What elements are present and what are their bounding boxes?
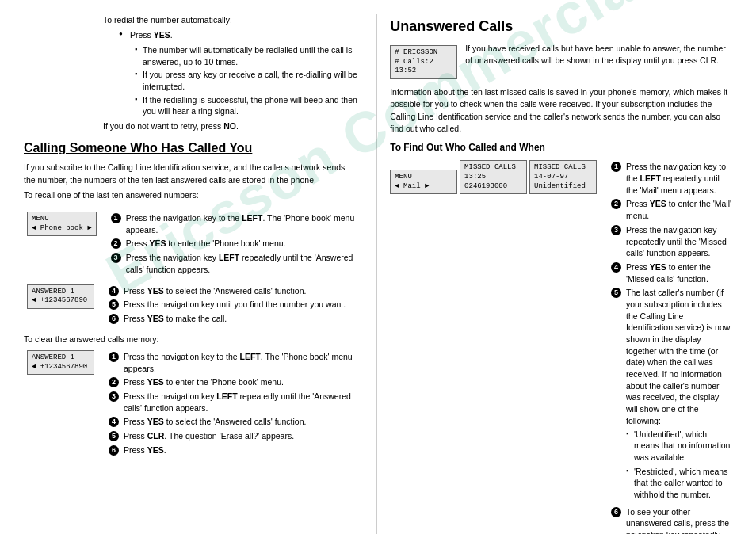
unanswered-intro-text: If you have received calls but have been… bbox=[465, 43, 732, 67]
display2-container: ANSWERED 1 ◄ +1234567890 bbox=[24, 282, 94, 330]
display3-line1: ANSWERED 1 bbox=[32, 353, 90, 363]
phone-display-ericsson: # ERICSSON # Calls:2 13:52 bbox=[390, 45, 457, 79]
step2-num-3: 3 bbox=[109, 391, 119, 402]
steps2-block: ANSWERED 1 ◄ +1234567890 1Press the navi… bbox=[24, 348, 357, 461]
ericsson-line3: 13:52 bbox=[395, 67, 452, 76]
step1-2-text: Press YES to enter the 'Phone book' menu… bbox=[126, 238, 286, 250]
display2-line1: ANSWERED 1 bbox=[32, 288, 90, 297]
sub-bullet-2: If you press any key or receive a call, … bbox=[135, 69, 357, 92]
right-column: Unanswered Calls # ERICSSON # Calls:2 13… bbox=[376, 14, 732, 534]
sub-bullet-3: If the redialling is successful, the pho… bbox=[135, 94, 357, 117]
content-area: To redial the number automatically: Pres… bbox=[24, 14, 732, 534]
bullet-yes-list: Press YES. bbox=[32, 29, 357, 41]
intro2-text: If you subscribe to the Calling Line Ide… bbox=[24, 162, 357, 204]
step1-2: 2Press YES to enter the 'Phone book' men… bbox=[111, 238, 358, 250]
redial-intro: To redial the number automatically: bbox=[24, 14, 357, 26]
step2-5-text: Press CLR. The question 'Erase all?' app… bbox=[124, 430, 294, 442]
step2-6-text: Press YES. bbox=[124, 444, 166, 456]
step2-4: 4Press YES to select the 'Answered calls… bbox=[109, 416, 357, 428]
rstep-3: 3Press the navigation key repeatedly unt… bbox=[611, 224, 732, 259]
step-num-5: 5 bbox=[109, 299, 119, 310]
menu-line1: MENU bbox=[395, 173, 452, 182]
phone-display-mail: MENU ◄ Mail ► bbox=[390, 170, 457, 194]
steps1-text: 1Press the navigation key to the LEFT. T… bbox=[103, 209, 358, 280]
missed1-line2: 13:25 bbox=[464, 173, 522, 182]
ericsson-display-container: # ERICSSON # Calls:2 13:52 bbox=[390, 43, 457, 82]
step2-4-text: Press YES to select the 'Answered calls'… bbox=[124, 416, 306, 428]
step2-2: 2Press YES to enter the 'Phone book' men… bbox=[109, 376, 357, 388]
step2-3: 3Press the navigation key LEFT repeatedl… bbox=[109, 391, 357, 414]
ericsson-line1: # ERICSSON bbox=[395, 48, 452, 58]
steps1b-list: 4Press YES to select the 'Answered calls… bbox=[109, 285, 357, 325]
intro2-block: If you subscribe to the Calling Line Ide… bbox=[24, 162, 357, 204]
right-steps-text: 1Press the navigation key to the LEFT re… bbox=[603, 158, 732, 534]
calling-section-heading: Calling Someone Who Has Called You bbox=[24, 139, 357, 157]
clear-intro: To clear the answered calls memory: bbox=[24, 334, 357, 345]
phone-display-missed1: MISSED CALLS 13:25 0246193000 bbox=[460, 160, 527, 194]
steps1-block: MENU ◄ Phone book ► 1Press the navigatio… bbox=[24, 209, 357, 280]
right-displays: MENU ◄ Mail ► MISSED CALLS 13:25 0246193… bbox=[390, 158, 597, 534]
steps1b-text: 4Press YES to select the 'Answered calls… bbox=[101, 282, 357, 330]
step2-num-1: 1 bbox=[109, 352, 119, 362]
step2-5: 5Press CLR. The question 'Erase all?' ap… bbox=[109, 430, 357, 442]
step2-6: 6Press YES. bbox=[109, 444, 357, 456]
display3-line2: ◄ +1234567890 bbox=[32, 363, 90, 372]
step-num-4: 4 bbox=[109, 286, 119, 296]
step1-1: 1Press the navigation key to the LEFT. T… bbox=[111, 212, 358, 235]
rstep-num-4: 4 bbox=[611, 262, 621, 273]
display1-line2: ◄ Phone book ► bbox=[32, 224, 92, 234]
unanswered-intro: If you have received calls but have been… bbox=[465, 43, 732, 82]
yes-label: YES bbox=[154, 30, 170, 40]
step1-3: 3Press the navigation key LEFT repeatedl… bbox=[111, 252, 358, 275]
step1-1-text: Press the navigation key to the LEFT. Th… bbox=[126, 212, 358, 235]
missed1-line1: MISSED CALLS bbox=[464, 163, 522, 173]
step5-bullets: 'Unidentified', which means that no info… bbox=[626, 429, 732, 501]
no-retry: If you do not want to retry, press NO. bbox=[24, 120, 357, 132]
steps1-list: 1Press the navigation key to the LEFT. T… bbox=[111, 212, 358, 275]
menu-line2: ◄ Mail ► bbox=[395, 182, 452, 192]
step2-num-2: 2 bbox=[109, 377, 119, 387]
step1-4: 4Press YES to select the 'Answered calls… bbox=[109, 285, 357, 297]
ericsson-line2: # Calls:2 bbox=[395, 58, 452, 67]
left-column: To redial the number automatically: Pres… bbox=[24, 14, 376, 534]
intro2-para: If you subscribe to the Calling Line Ide… bbox=[24, 162, 357, 185]
step1-3-text: Press the navigation key LEFT repeatedly… bbox=[126, 252, 358, 275]
display3-container: ANSWERED 1 ◄ +1234567890 bbox=[24, 348, 94, 461]
step2-num-6: 6 bbox=[109, 445, 119, 456]
step-num-3: 3 bbox=[111, 253, 121, 263]
ericsson-block: # ERICSSON # Calls:2 13:52 If you have r… bbox=[390, 43, 732, 82]
rstep-num-3: 3 bbox=[611, 225, 621, 235]
step2-3-text: Press the navigation key LEFT repeatedly… bbox=[124, 391, 357, 414]
step5-bullet-2: 'Restricted', which means that the calle… bbox=[626, 466, 732, 501]
missed2-line1: MISSED CALLS bbox=[534, 163, 592, 173]
step-num-2: 2 bbox=[111, 238, 121, 249]
phone-display-answered: ANSWERED 1 ◄ +1234567890 bbox=[27, 284, 94, 309]
step1-6-text: Press YES to make the call. bbox=[124, 313, 227, 325]
find-out-heading: To Find Out Who Called and When bbox=[390, 141, 732, 154]
step1-5-text: Press the navigation key until you find … bbox=[124, 299, 346, 311]
step1-4-text: Press YES to select the 'Answered calls'… bbox=[124, 285, 306, 297]
missed1-line3: 0246193000 bbox=[464, 182, 522, 192]
step2-1-text: Press the navigation key to the LEFT. Th… bbox=[124, 351, 357, 374]
rstep-2: 2Press YES to enter the 'Mail' menu. bbox=[611, 198, 732, 221]
bullet-yes: Press YES. bbox=[119, 29, 357, 41]
no-label: NO bbox=[223, 121, 236, 131]
rstep-4: 4Press YES to enter the 'Missed calls' f… bbox=[611, 261, 732, 284]
step2-1: 1Press the navigation key to the LEFT. T… bbox=[109, 351, 357, 374]
right-steps-list: 1Press the navigation key to the LEFT re… bbox=[611, 161, 732, 534]
step1-6: 6Press YES to make the call. bbox=[109, 313, 357, 325]
rstep-1: 1Press the navigation key to the LEFT re… bbox=[611, 161, 732, 196]
unanswered-info2: Information about the ten last missed ca… bbox=[390, 86, 732, 135]
right-steps-block: MENU ◄ Mail ► MISSED CALLS 13:25 0246193… bbox=[390, 158, 732, 534]
sub-bullet-1: The number will automatically be rediall… bbox=[135, 44, 357, 67]
phone-display-menu: MENU ◄ Phone book ► bbox=[27, 212, 97, 236]
step2-num-4: 4 bbox=[109, 417, 119, 427]
display1-line1: MENU bbox=[32, 215, 92, 224]
phone-display-answered2: ANSWERED 1 ◄ +1234567890 bbox=[27, 350, 94, 375]
display2-line2: ◄ +1234567890 bbox=[32, 296, 90, 306]
sub-bullets: The number will automatically be rediall… bbox=[40, 44, 357, 117]
page: To redial the number automatically: Pres… bbox=[0, 0, 756, 534]
rstep-5: 5 The last caller's number (if your subs… bbox=[611, 287, 732, 503]
step2-2-text: Press YES to enter the 'Phone book' menu… bbox=[124, 376, 284, 388]
step5-bullet-1: 'Unidentified', which means that no info… bbox=[626, 429, 732, 463]
